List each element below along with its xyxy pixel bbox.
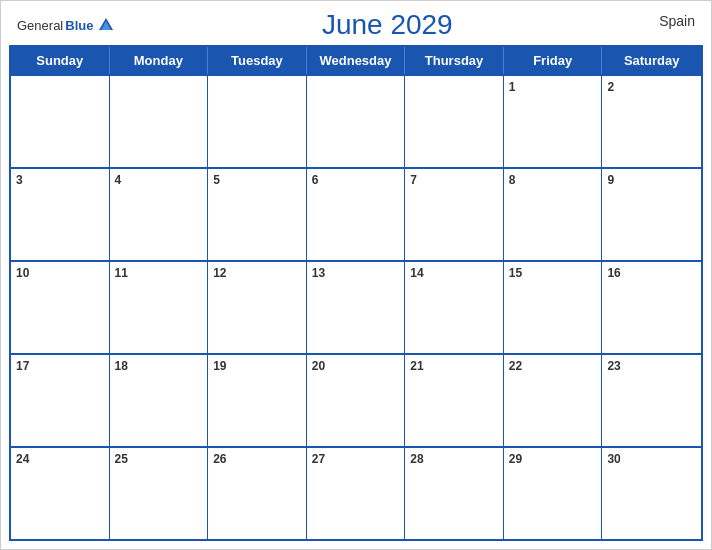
day-header-wednesday: Wednesday [307, 47, 406, 74]
day-cell: 27 [307, 448, 406, 539]
day-cell [307, 76, 406, 167]
day-cell: 30 [602, 448, 701, 539]
logo-blue-text: Blue [65, 18, 93, 33]
day-number: 26 [213, 452, 301, 466]
day-cell: 13 [307, 262, 406, 353]
day-number: 25 [115, 452, 203, 466]
day-number: 17 [16, 359, 104, 373]
day-cell: 10 [11, 262, 110, 353]
day-cell: 18 [110, 355, 209, 446]
day-number: 27 [312, 452, 400, 466]
week-row-4: 24252627282930 [11, 446, 701, 539]
day-number: 19 [213, 359, 301, 373]
day-number: 15 [509, 266, 597, 280]
calendar-body: 1234567891011121314151617181920212223242… [11, 74, 701, 539]
day-cell [405, 76, 504, 167]
day-number: 22 [509, 359, 597, 373]
week-row-1: 3456789 [11, 167, 701, 260]
day-number: 28 [410, 452, 498, 466]
day-cell: 5 [208, 169, 307, 260]
day-cell [110, 76, 209, 167]
day-cell: 15 [504, 262, 603, 353]
day-headers-row: SundayMondayTuesdayWednesdayThursdayFrid… [11, 47, 701, 74]
day-number: 12 [213, 266, 301, 280]
day-header-friday: Friday [504, 47, 603, 74]
day-cell: 20 [307, 355, 406, 446]
day-number: 18 [115, 359, 203, 373]
day-number: 30 [607, 452, 696, 466]
day-cell: 19 [208, 355, 307, 446]
day-cell: 25 [110, 448, 209, 539]
day-header-tuesday: Tuesday [208, 47, 307, 74]
day-cell: 4 [110, 169, 209, 260]
day-number: 4 [115, 173, 203, 187]
day-cell [208, 76, 307, 167]
day-number: 1 [509, 80, 597, 94]
day-number: 13 [312, 266, 400, 280]
day-number: 3 [16, 173, 104, 187]
day-header-saturday: Saturday [602, 47, 701, 74]
day-number: 10 [16, 266, 104, 280]
day-cell: 9 [602, 169, 701, 260]
logo-general-text: General [17, 18, 63, 33]
day-number: 6 [312, 173, 400, 187]
day-header-sunday: Sunday [11, 47, 110, 74]
day-cell: 8 [504, 169, 603, 260]
day-header-thursday: Thursday [405, 47, 504, 74]
day-cell: 29 [504, 448, 603, 539]
day-cell: 12 [208, 262, 307, 353]
calendar-page: General Blue June 2029 Spain SundayMonda… [0, 0, 712, 550]
day-number: 2 [607, 80, 696, 94]
day-number: 23 [607, 359, 696, 373]
day-cell: 22 [504, 355, 603, 446]
logo-text: General Blue [17, 16, 115, 34]
day-number: 7 [410, 173, 498, 187]
day-number: 24 [16, 452, 104, 466]
day-cell: 28 [405, 448, 504, 539]
day-cell: 17 [11, 355, 110, 446]
day-cell: 7 [405, 169, 504, 260]
day-number: 5 [213, 173, 301, 187]
header: General Blue June 2029 Spain [1, 1, 711, 45]
day-cell: 6 [307, 169, 406, 260]
day-cell: 23 [602, 355, 701, 446]
country-label: Spain [659, 9, 695, 29]
day-number: 8 [509, 173, 597, 187]
day-header-monday: Monday [110, 47, 209, 74]
day-number: 29 [509, 452, 597, 466]
week-row-3: 17181920212223 [11, 353, 701, 446]
calendar-title: June 2029 [115, 9, 659, 41]
day-cell: 26 [208, 448, 307, 539]
week-row-2: 10111213141516 [11, 260, 701, 353]
day-cell: 2 [602, 76, 701, 167]
day-cell: 3 [11, 169, 110, 260]
day-cell [11, 76, 110, 167]
day-number: 16 [607, 266, 696, 280]
week-row-0: 12 [11, 74, 701, 167]
logo-area: General Blue [17, 16, 115, 34]
logo-icon [97, 16, 115, 34]
day-cell: 21 [405, 355, 504, 446]
day-cell: 24 [11, 448, 110, 539]
calendar-grid: SundayMondayTuesdayWednesdayThursdayFrid… [9, 45, 703, 541]
day-number: 14 [410, 266, 498, 280]
day-number: 20 [312, 359, 400, 373]
day-cell: 14 [405, 262, 504, 353]
day-cell: 16 [602, 262, 701, 353]
day-cell: 1 [504, 76, 603, 167]
day-number: 21 [410, 359, 498, 373]
day-cell: 11 [110, 262, 209, 353]
day-number: 9 [607, 173, 696, 187]
day-number: 11 [115, 266, 203, 280]
